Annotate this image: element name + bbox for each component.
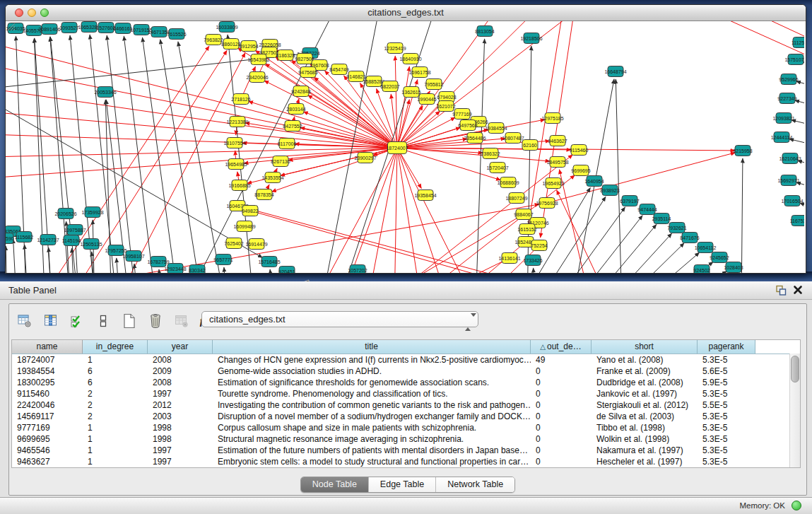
graph-node[interactable]: 920451: [278, 267, 295, 274]
table-selector-dropdown[interactable]: citations_edges.txt: [201, 311, 478, 327]
graph-node[interactable]: 10958107: [122, 251, 144, 262]
graph-node[interactable]: 20206526: [54, 209, 76, 219]
graph-node[interactable]: 17359928: [81, 207, 103, 218]
network-canvas[interactable]: 1604035140557242089140610935271065328715…: [6, 21, 804, 273]
table-row[interactable]: 2242004622012Investigating the contribut…: [12, 399, 800, 411]
graph-node[interactable]: 20053346: [94, 87, 116, 98]
graph-node[interactable]: 9227349: [777, 93, 796, 104]
graph-node[interactable]: 16099489: [233, 221, 255, 232]
graph-node[interactable]: 12142737: [37, 235, 59, 245]
table-row[interactable]: 911546021997Tourette syndrome. Phenomeno…: [12, 388, 800, 399]
column-header-in_degree[interactable]: in_degree: [83, 340, 148, 354]
tab-edge-table[interactable]: Edge Table: [369, 477, 436, 492]
graph-node[interactable]: 1615152: [517, 224, 536, 235]
graph-node[interactable]: 9242848: [291, 86, 310, 97]
graph-node[interactable]: 19166885: [228, 180, 250, 191]
graph-node[interactable]: 20891406: [38, 24, 60, 35]
graph-node[interactable]: 6497568: [458, 120, 477, 131]
delete-table-icon[interactable]: [173, 312, 190, 330]
graph-node[interactable]: 9529966: [779, 74, 798, 85]
column-header-out_degree[interactable]: △out_de…: [531, 340, 592, 354]
graph-node[interactable]: 12444114: [771, 132, 793, 143]
tab-node-table[interactable]: Node Table: [301, 477, 369, 492]
graph-node[interactable]: 7955812: [424, 79, 443, 90]
graph-node[interactable]: 9777169: [452, 109, 471, 119]
graph-node[interactable]: 8878354: [254, 189, 273, 200]
graph-node[interactable]: 1640954: [584, 176, 604, 187]
close-panel-icon[interactable]: [792, 284, 804, 296]
graph-node[interactable]: 10654112: [695, 243, 717, 253]
table-row[interactable]: 977716911998Corpus callosum shape and si…: [12, 422, 800, 433]
column-header-title[interactable]: title: [213, 340, 531, 354]
table-row[interactable]: 1938455462009Genome-wide association stu…: [12, 366, 800, 377]
column-header-year[interactable]: year: [148, 340, 213, 354]
graph-node[interactable]: 1362615: [401, 87, 420, 98]
graph-node[interactable]: 2718126: [231, 94, 250, 105]
graph-node[interactable]: 2803144: [286, 104, 305, 115]
column-checklist-icon[interactable]: [69, 312, 86, 330]
graph-node[interactable]: 17016504: [781, 196, 803, 206]
graph-node[interactable]: 1145194: [62, 235, 81, 246]
graph-node[interactable]: 9115460: [570, 145, 589, 156]
graph-node[interactable]: 9475685: [298, 67, 317, 78]
graph-node[interactable]: 7963822: [204, 35, 223, 45]
column-header-pagerank[interactable]: pagerank: [698, 340, 755, 354]
table-row[interactable]: 946554611997Estimation of the future num…: [12, 445, 800, 456]
delete-column-icon[interactable]: [147, 312, 164, 330]
column-header-name[interactable]: name: [12, 340, 83, 354]
column-header-short[interactable]: short: [592, 340, 698, 354]
graph-node[interactable]: 10688609: [497, 177, 519, 188]
graph-node[interactable]: 1057202: [348, 265, 367, 274]
graph-node[interactable]: 8454749: [329, 64, 348, 75]
table-row[interactable]: 1456911722003Disruption of a novel membe…: [12, 411, 800, 422]
graph-node[interactable]: 19654923: [542, 178, 564, 189]
graph-node[interactable]: 18640910: [399, 54, 421, 64]
graph-node[interactable]: 18724007: [386, 142, 408, 154]
table-row[interactable]: 1830029562008Estimation of significance …: [12, 377, 800, 388]
graph-node[interactable]: 1115682: [15, 232, 33, 243]
graph-node[interactable]: 9699695: [571, 165, 590, 176]
graph-node[interactable]: 1167531: [790, 216, 804, 226]
graph-node[interactable]: 8938923: [600, 185, 619, 196]
graph-node[interactable]: 23900297: [354, 153, 376, 163]
graph-node[interactable]: 9657771: [213, 255, 233, 265]
graph-node[interactable]: 8813054: [475, 26, 494, 37]
graph-node[interactable]: 16033809: [216, 22, 237, 33]
graph-node[interactable]: 18107554: [223, 138, 245, 148]
resize-grip-icon[interactable]: [6, 21, 16, 31]
scrollbar-thumb[interactable]: [791, 356, 799, 382]
graph-node[interactable]: 924502: [693, 265, 710, 274]
graph-node[interactable]: 6822037: [380, 81, 399, 92]
graph-node[interactable]: 18807249: [505, 193, 527, 204]
graph-node[interactable]: 14353554: [261, 173, 283, 183]
graph-node[interactable]: 16914479: [245, 239, 267, 250]
graph-node[interactable]: 1112534: [792, 37, 804, 48]
table-row[interactable]: 946362711997Embryonic stem cells: a mode…: [12, 456, 800, 467]
graph-node[interactable]: 19358454: [414, 190, 436, 201]
graph-node[interactable]: 23420046: [246, 72, 268, 83]
graph-node[interactable]: 9474444: [637, 204, 657, 215]
graph-node[interactable]: 9463627: [548, 136, 567, 146]
graph-node[interactable]: 8186328: [276, 50, 295, 61]
graph-node[interactable]: 9245652: [710, 252, 729, 263]
graph-node[interactable]: 752254: [531, 240, 547, 251]
graph-node[interactable]: 16210643: [779, 153, 801, 164]
graph-node[interactable]: 1028403: [724, 262, 743, 273]
graph-node[interactable]: 7932621: [667, 223, 686, 233]
graph-node[interactable]: 2935114: [652, 214, 671, 224]
graph-node[interactable]: 12093821: [772, 113, 794, 124]
graph-node[interactable]: 19654985: [225, 159, 247, 170]
graph-node[interactable]: 1621072: [436, 101, 455, 112]
table-row[interactable]: 1872400712008Changes of HCN gene express…: [12, 354, 800, 366]
graph-node[interactable]: 7615526: [167, 29, 186, 40]
table-row[interactable]: 969969511998Structural magnetic resonanc…: [12, 433, 800, 445]
tab-network-table[interactable]: Network Table: [436, 477, 514, 492]
graph-node[interactable]: 8860128: [221, 39, 240, 49]
new-column-icon[interactable]: [121, 312, 138, 330]
graph-node[interactable]: 16782759: [147, 257, 169, 267]
graph-node[interactable]: 15692971: [777, 175, 799, 186]
graph-node[interactable]: 1733426: [523, 255, 542, 266]
graph-node[interactable]: 18495758: [546, 157, 568, 168]
graph-node[interactable]: 23564486: [464, 133, 486, 144]
graph-node[interactable]: 10975887: [64, 225, 86, 235]
